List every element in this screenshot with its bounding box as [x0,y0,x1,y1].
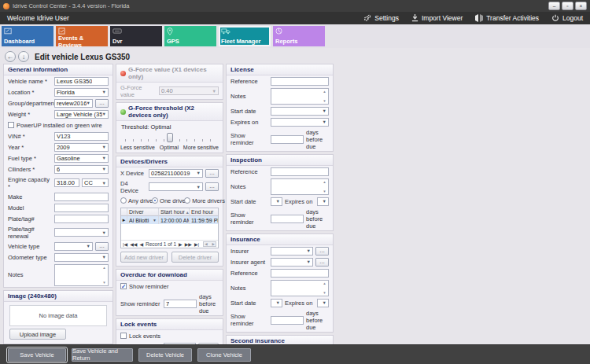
insurer-agent-browse-button[interactable]: … [315,258,329,267]
make-input[interactable] [54,193,109,201]
lock-events-checkbox[interactable] [120,333,127,339]
tab-dashboard[interactable]: Dashboard [2,26,53,46]
save-vehicle-and-return-button[interactable]: Save Vehicle and Return [72,348,133,362]
events-icon [58,28,105,35]
column-header-driver[interactable]: Driver [127,208,159,216]
transfer-activities-menu-item[interactable]: Transfer Activities [475,14,539,22]
vehicle-type-select[interactable]: ▼ [54,242,93,251]
insurer-browse-button[interactable]: … [315,247,329,256]
back-button[interactable]: ← [5,51,16,62]
column-header-start-hour[interactable]: Start hour▲ [159,208,190,216]
slider-thumb[interactable] [167,133,173,142]
settings-menu-item[interactable]: Settings [363,14,399,22]
save-vehicle-button[interactable]: Save Vehicle [8,348,66,362]
radio-more-drivers[interactable]: More drivers [184,197,219,204]
insurance-expires-on-select[interactable]: ▼ [317,299,329,307]
cilinders-select[interactable]: 6▼ [54,165,109,174]
plate-renewal-select[interactable]: ▼ [54,228,109,237]
license-expires-on-select[interactable]: ▼ [271,118,329,127]
close-button[interactable]: × [575,2,587,10]
minimize-button[interactable]: – [548,2,560,10]
inspection-expires-on-select[interactable]: ▼ [317,197,329,206]
overdue-reminder-days-input[interactable]: 7 [164,300,197,308]
group-department-select[interactable]: review2016▼ [54,99,93,108]
license-reminder-days-input[interactable] [271,135,304,144]
dropdown-arrow-icon: ▼ [197,185,201,189]
engine-capacity-unit-select[interactable]: CC▼ [82,178,109,187]
fuel-type-select[interactable]: Gasoline▼ [54,154,109,163]
insurer-select[interactable]: ▼ [271,247,313,256]
image-panel: Image (240x480) No image data Upload ima… [3,290,113,344]
vehicle-type-browse-button[interactable]: … [95,242,109,251]
delete-vehicle-button[interactable]: Delete Vehicle [138,348,192,362]
license-notes-input[interactable]: ▲▼ [271,88,329,105]
delete-driver-button[interactable]: Delete driver [171,252,219,263]
insurance-notes-input[interactable]: ▲▼ [271,280,329,296]
dropdown-arrow-icon: ▼ [323,108,326,113]
panel-title: Insurance [230,236,260,243]
tab-gps[interactable]: GPS [164,26,216,46]
download-icon [411,14,419,22]
horizontal-scrollbar[interactable]: ◀▶ [203,241,216,247]
x-device-browse-button[interactable]: … [205,169,219,178]
nav-prev-icon[interactable]: ◀ [139,241,143,247]
radio-any-driver[interactable]: Any driver [120,197,149,204]
column-header-end-hour[interactable]: End hour [190,208,218,216]
nav-next-icon[interactable]: ▶ [179,241,183,247]
sensitivity-slider[interactable] [124,132,216,144]
weight-select[interactable]: Large Vehicle (3500 - 4500 pou...▼ [54,110,109,119]
general-notes-input[interactable]: ▲▼ [54,264,109,286]
insurance-reminder-days-input[interactable] [271,316,304,325]
tab-reports[interactable]: Reports [273,26,325,46]
x-device-select[interactable]: 025821100019▼ [149,169,203,178]
license-start-date-select[interactable]: ▼ [271,107,329,116]
add-new-driver-button[interactable]: Add new driver [120,252,168,263]
start-hour-cell[interactable]: 12:00:00 AM [159,216,190,224]
d4-device-select[interactable]: ▼ [149,182,203,191]
inspection-reminder-days-input[interactable] [271,215,304,223]
tab-events-reviews[interactable]: Events & Reviews [56,26,108,46]
insurance-start-date-select[interactable]: ▼ [271,299,282,307]
vehicle-name-input[interactable]: Lexus GS350 [54,77,109,86]
insurance-reference-input[interactable] [271,269,329,278]
license-reference-input[interactable] [271,77,329,86]
driver-row[interactable]: ▸ Al Bilotti▼ 12:00:00 AM 11:59:59 PM [121,216,218,224]
panel-title: Second insurance [230,337,285,344]
import-viewer-menu-item[interactable]: Import Viewer [411,14,463,22]
scrollbar[interactable]: ▲▼ [322,89,327,104]
inspection-start-date-select[interactable]: ▼ [271,197,282,206]
radio-one-driver[interactable]: One driver [152,197,182,204]
powerup-checkbox[interactable] [8,122,14,128]
clone-vehicle-button[interactable]: Clone Vehicle [197,348,251,362]
tab-fleet-manager[interactable]: Fleet Manager [219,26,271,46]
inspection-reference-input[interactable] [271,167,329,176]
insurer-agent-select[interactable]: ▼ [271,258,313,267]
vin-input[interactable]: V123 [54,132,109,141]
end-hour-cell[interactable]: 11:59:59 PM [190,216,218,224]
nav-next-page-icon[interactable]: ▶▶ [185,241,192,247]
logout-menu-item[interactable]: Logout [551,14,583,22]
nav-first-icon[interactable]: |◀ [123,241,127,247]
plate-tag-input[interactable] [54,215,109,223]
maximize-button[interactable]: ▫ [562,2,573,10]
scrollbar[interactable]: ▲▼ [101,265,107,285]
odometer-type-select[interactable]: ▼ [54,253,109,262]
engine-capacity-input[interactable]: 318.00 [54,178,79,187]
driver-cell[interactable]: Al Bilotti▼ [127,216,159,224]
location-select[interactable]: Florida▼ [54,88,109,97]
scrollbar[interactable]: ▲▼ [322,179,327,194]
scrollbar[interactable]: ▲▼ [322,281,327,296]
panel-title: Overdue for download [120,271,187,278]
group-browse-button[interactable]: … [95,99,109,108]
year-select[interactable]: 2009▼ [54,143,109,152]
inspection-notes-input[interactable]: ▲▼ [271,178,329,195]
show-reminder-checkbox[interactable]: ✓ [120,283,127,289]
nav-prev-page-icon[interactable]: ◀◀ [130,241,137,247]
d4-device-browse-button[interactable]: … [205,182,219,191]
tab-dvr[interactable]: Dvr [110,26,162,46]
back-arrow-icon: ← [7,53,14,61]
nav-last-icon[interactable]: ▶| [194,241,199,247]
upload-image-button[interactable]: Upload image [9,329,66,340]
expand-button[interactable]: ↓ [18,51,29,62]
model-input[interactable] [54,204,109,212]
